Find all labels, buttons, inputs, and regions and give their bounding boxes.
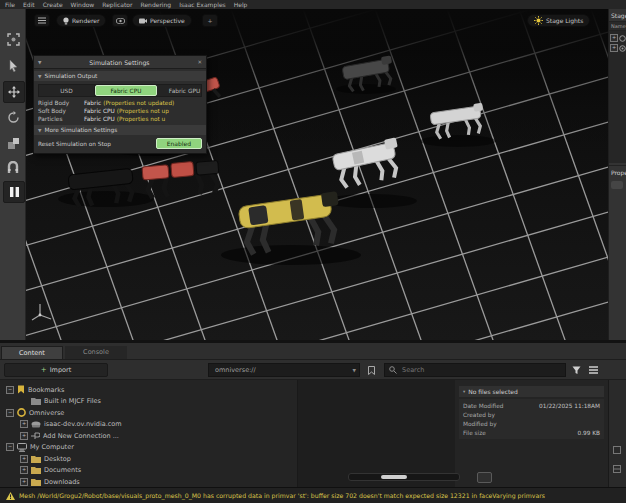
menu-isaac-examples[interactable]: Isaac Examples: [179, 1, 226, 8]
lightbulb-icon: [63, 17, 69, 25]
expand-icon[interactable]: +: [20, 455, 28, 463]
panel-option-icon[interactable]: [613, 446, 621, 454]
select-tool[interactable]: [3, 55, 23, 75]
plus-icon: +: [207, 17, 212, 24]
collapse-icon: ▼: [38, 128, 41, 133]
output-mode-usd[interactable]: USD: [39, 85, 95, 96]
folder-icon: [31, 455, 41, 463]
renderer-button[interactable]: Renderer: [56, 14, 106, 27]
import-button[interactable]: + Import: [4, 363, 108, 377]
simulation-settings-panel: ▼ Simulation Settings ✕ ▼ Simulation Out…: [33, 55, 207, 154]
reset-enabled-toggle[interactable]: Enabled: [156, 138, 202, 149]
simulation-output-section[interactable]: ▼ Simulation Output: [34, 71, 206, 81]
rotate-tool[interactable]: [3, 107, 23, 127]
panel-option-icon[interactable]: [613, 465, 621, 473]
axis-gizmo-icon: [32, 304, 51, 320]
prim-icon: [619, 35, 626, 42]
computer-icon: [17, 443, 27, 452]
tree-item-add-new-connection[interactable]: + Add New Connection ...: [0, 430, 297, 442]
expand-icon[interactable]: +: [610, 44, 618, 52]
server-icon: [31, 421, 41, 428]
property-button-stub[interactable]: [611, 181, 623, 189]
bookmark-button[interactable]: [365, 364, 378, 376]
menu-help[interactable]: Help: [234, 1, 248, 8]
detail-date-modified: Date Modified 01/22/2025 11:18AM: [463, 401, 600, 410]
camera-button[interactable]: Perspective: [132, 14, 192, 27]
tree-item-built-in-mjcf[interactable]: Built in MJCF Files: [0, 396, 297, 408]
scale-tool[interactable]: [3, 133, 23, 153]
collapse-icon[interactable]: −: [6, 409, 14, 417]
status-warning-text: Mesh /World/Grogu2/Robot/base/visuals_pr…: [19, 492, 545, 499]
isaac-sim-window: File Edit Create Window Replicator Rende…: [0, 0, 626, 503]
output-row-particles: Particles Fabric CPU (Properties not u: [34, 115, 206, 123]
move-tool[interactable]: [3, 81, 25, 103]
eye-icon: [116, 18, 125, 24]
tree-item-omniverse[interactable]: − Omniverse: [0, 407, 297, 419]
expand-icon[interactable]: +: [20, 466, 28, 474]
list-view-button[interactable]: [587, 364, 600, 376]
path-field[interactable]: ▼: [208, 363, 360, 377]
output-mode-fabric-gpu[interactable]: Fabric GPU: [157, 85, 202, 96]
robot-white-large: [331, 137, 404, 189]
viewport-options-button[interactable]: +: [202, 14, 218, 27]
output-mode-fabric-cpu[interactable]: Fabric CPU: [95, 85, 157, 96]
left-toolbar: [0, 9, 26, 340]
search-box[interactable]: [384, 363, 566, 377]
move-icon: [7, 85, 21, 99]
search-input[interactable]: [400, 365, 561, 375]
tab-content[interactable]: Content: [1, 346, 63, 359]
expand-icon[interactable]: +: [610, 34, 618, 42]
chevron-down-icon[interactable]: ▼: [350, 368, 359, 373]
visibility-button[interactable]: [112, 14, 128, 27]
path-input[interactable]: [209, 366, 350, 374]
collapse-icon[interactable]: ▼: [38, 60, 41, 65]
stage-panel-strip: Stage Name + + Property: [608, 9, 626, 340]
expand-icon[interactable]: +: [20, 478, 28, 486]
more-simulation-settings-section[interactable]: ▼ More Simulation Settings: [34, 125, 206, 135]
menu-file[interactable]: File: [5, 1, 15, 8]
tree-item-isaac-dev-server[interactable]: + isaac-dev.ov.nvidia.com: [0, 419, 297, 431]
horizontal-scrollbar[interactable]: [348, 473, 460, 481]
menu-bar: File Edit Create Window Replicator Rende…: [0, 0, 626, 9]
collapse-icon[interactable]: −: [6, 443, 14, 451]
reset-simulation-row: Reset Simulation on Stop Enabled: [34, 135, 206, 153]
frame-select-tool[interactable]: [3, 29, 23, 49]
details-header[interactable]: ▾ No files selected: [459, 386, 604, 397]
viewport-menu-button[interactable]: [34, 14, 50, 27]
resize-grip[interactable]: [477, 472, 492, 483]
tree-item-desktop[interactable]: + Desktop: [0, 453, 297, 465]
menu-replicator[interactable]: Replicator: [102, 1, 132, 8]
tree-item-bookmarks[interactable]: − Bookmarks: [0, 384, 297, 396]
stage-prim-row[interactable]: +: [609, 33, 626, 43]
menu-edit[interactable]: Edit: [23, 1, 35, 8]
property-panel-title[interactable]: Property: [609, 165, 626, 178]
tab-console[interactable]: Console: [65, 346, 127, 359]
section-label: More Simulation Settings: [44, 127, 117, 133]
tree-item-downloads[interactable]: + Downloads: [0, 476, 297, 488]
menu-create[interactable]: Create: [43, 1, 63, 8]
stage-lights-button[interactable]: Stage Lights: [527, 14, 590, 27]
simulation-settings-titlebar[interactable]: ▼ Simulation Settings ✕: [34, 56, 206, 69]
viewport-3d[interactable]: Renderer Perspective + Stage Lights ▼ Si…: [26, 9, 608, 340]
details-fields: Date Modified 01/22/2025 11:18AM Created…: [459, 399, 604, 439]
status-bar: Mesh /World/Grogu2/Robot/base/visuals_pr…: [0, 487, 626, 503]
folder-icon: [31, 478, 41, 486]
menu-window[interactable]: Window: [71, 1, 95, 8]
warning-note: (Properties not up: [117, 108, 169, 114]
pause-button[interactable]: [3, 181, 25, 203]
collapse-icon[interactable]: −: [6, 386, 14, 394]
scale-icon: [7, 137, 20, 150]
snap-tool[interactable]: [3, 157, 23, 177]
section-label: Simulation Output: [44, 73, 97, 79]
scrollbar-thumb[interactable]: [381, 475, 407, 479]
filter-button[interactable]: [570, 364, 583, 376]
tree-item-documents[interactable]: + Documents: [0, 465, 297, 477]
menu-rendering[interactable]: Rendering: [140, 1, 171, 8]
tree-item-my-computer[interactable]: − My Computer: [0, 442, 297, 454]
expand-icon[interactable]: +: [20, 432, 28, 440]
close-icon[interactable]: ✕: [197, 59, 202, 65]
stage-panel-title[interactable]: Stage: [609, 9, 626, 21]
stage-prim-row[interactable]: +: [609, 43, 626, 53]
camera-icon: [139, 17, 147, 24]
expand-icon[interactable]: +: [20, 420, 28, 428]
